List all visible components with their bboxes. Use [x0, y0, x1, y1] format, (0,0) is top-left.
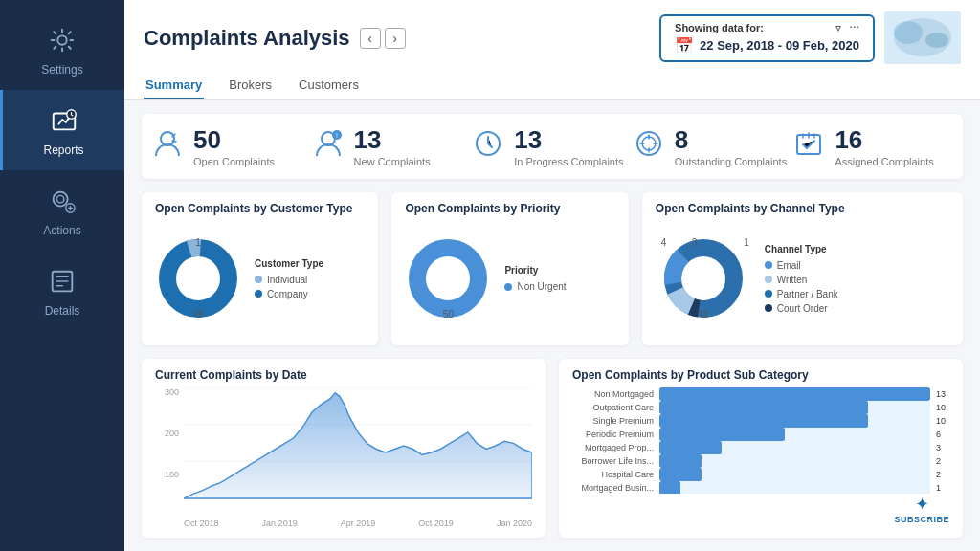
svg-text:!: ! — [336, 132, 338, 139]
kpi-assigned-icon — [792, 127, 825, 166]
next-arrow[interactable]: › — [385, 28, 406, 49]
svg-point-0 — [57, 35, 66, 44]
legend-company-label: Company — [267, 289, 308, 299]
charts-row1: Open Complaints by Customer Type 1 49 Cu… — [142, 192, 963, 345]
subscribe-icon: ✦ — [915, 494, 929, 515]
legend-email: Email — [765, 260, 838, 271]
prev-arrow[interactable]: ‹ — [360, 28, 381, 49]
bar-value: 2 — [936, 470, 949, 479]
kpi-inprogress-icon — [472, 127, 504, 166]
content-area: 50 Open Complaints ! 13 New Complaints — [124, 100, 980, 551]
kpi-inprogress-label: In Progress Complaints — [514, 156, 623, 167]
legend-non-urgent-dot — [504, 283, 512, 291]
calendar-icon: 📅 — [675, 36, 694, 55]
bar-chart-rows: Non Mortgaged 13 Outpatient Care 10 Sing… — [572, 387, 949, 494]
area-chart-wrap: 300 200 100 Oct 2018 Jan 2019 Apr 2019 O… — [155, 387, 532, 528]
chart-customer-type-body: 1 49 Customer Type Individual Company — [155, 221, 365, 336]
legend-email-label: Email — [777, 260, 801, 271]
x-label-jan2019: Jan 2019 — [262, 518, 298, 528]
bar-value: 10 — [936, 416, 949, 426]
svg-point-31 — [682, 257, 724, 299]
donut-channel: 4 3 1 42 — [656, 235, 751, 321]
legend-court-order-label: Court Order — [777, 303, 828, 314]
svg-point-14 — [161, 132, 174, 145]
legend-written-label: Written — [777, 275, 808, 285]
chart-channel-title: Open Complaints by Channel Type — [656, 202, 949, 215]
legend-non-urgent: Non Urgent — [504, 281, 566, 292]
kpi-outstanding-label: Outstanding Complaints — [675, 156, 787, 167]
sidebar-item-settings-label: Settings — [41, 63, 82, 77]
chart-priority-title: Open Complaints by Priority — [405, 202, 614, 215]
chart-customer-type: Open Complaints by Customer Type 1 49 Cu… — [142, 192, 378, 345]
kpi-new-label: New Complaints — [354, 156, 431, 167]
legend-email-dot — [765, 261, 772, 269]
chart-by-product: Open Complaints by Product Sub Category … — [559, 359, 963, 538]
sidebar-item-settings[interactable]: Settings — [0, 10, 124, 90]
kpi-open-icon — [151, 127, 184, 166]
bar-fill — [659, 481, 680, 494]
x-label-oct2018: Oct 2018 — [184, 518, 219, 528]
svg-point-3 — [54, 192, 68, 207]
legend-company-dot — [255, 290, 262, 298]
bar-fill — [659, 401, 868, 414]
chart-customer-type-title: Open Complaints by Customer Type — [155, 202, 365, 215]
nav-arrows: ‹ › — [360, 28, 406, 49]
legend-channel: Channel Type Email Written Partner / Ban… — [765, 244, 838, 314]
donut-customer-type-label-bottom: 49 — [192, 309, 203, 320]
bar-value: 3 — [936, 443, 949, 452]
legend-court-order-dot — [765, 304, 772, 312]
bar-label: Single Premium — [572, 416, 654, 426]
header-right: Showing data for: ▿ ⋯ 📅 22 Sep, 2018 - 0… — [659, 11, 961, 64]
tab-brokers[interactable]: Brokers — [227, 72, 274, 99]
kpi-new-value: 13 — [354, 125, 431, 155]
kpi-open: 50 Open Complaints — [151, 125, 312, 167]
donut-priority: 50 — [405, 235, 491, 321]
legend-priority-title: Priority — [504, 265, 566, 276]
y-label-300: 300 — [155, 387, 182, 397]
map-thumbnail — [884, 11, 961, 64]
bar-row: Single Premium 10 — [572, 414, 949, 428]
sidebar-item-actions[interactable]: Actions — [0, 170, 124, 251]
svg-point-4 — [56, 195, 64, 203]
donut-priority-label-bottom: 50 — [443, 309, 454, 320]
charts-row2: Current Complaints by Date — [142, 359, 963, 538]
legend-written-dot — [765, 276, 772, 283]
bar-value: 13 — [936, 389, 949, 399]
bar-row: Borrower Life Ins... 2 — [572, 454, 949, 468]
legend-individual: Individual — [255, 275, 323, 285]
bar-value: 2 — [936, 456, 949, 466]
bar-value: 6 — [936, 430, 949, 439]
kpi-new: ! 13 New Complaints — [312, 125, 473, 167]
date-filter-label: Showing data for: ▿ ⋯ — [675, 22, 859, 34]
more-icon[interactable]: ⋯ — [849, 22, 859, 34]
sidebar-item-details[interactable]: Details — [0, 251, 124, 331]
donut-customer-type: 1 49 — [155, 235, 241, 321]
sidebar-item-reports[interactable]: Reports — [0, 90, 124, 170]
bar-track — [659, 481, 930, 494]
bar-track — [659, 468, 930, 481]
bar-label: Mortgaged Busin... — [572, 483, 654, 493]
bar-fill — [659, 387, 930, 401]
legend-partner-bank-label: Partner / Bank — [777, 289, 838, 299]
date-filter-box[interactable]: Showing data for: ▿ ⋯ 📅 22 Sep, 2018 - 0… — [659, 14, 875, 62]
tab-customers[interactable]: Customers — [297, 72, 361, 99]
header-top-row: Complaints Analysis ‹ › Showing data for… — [144, 11, 961, 64]
tab-summary[interactable]: Summary — [144, 72, 204, 99]
bar-label: Outpatient Care — [572, 403, 654, 412]
main-content: Complaints Analysis ‹ › Showing data for… — [124, 0, 980, 551]
settings-icon — [45, 23, 79, 57]
kpi-row: 50 Open Complaints ! 13 New Complaints — [142, 114, 963, 179]
bar-label: Hospital Care — [572, 470, 654, 479]
bar-track — [659, 428, 930, 441]
legend-partner-bank: Partner / Bank — [765, 289, 838, 299]
legend-partner-bank-dot — [765, 290, 772, 298]
subscribe-badge: ✦ SUBSCRIBE — [894, 494, 949, 528]
bar-row: Hospital Care 2 — [572, 468, 949, 481]
filter-icon[interactable]: ▿ — [835, 22, 841, 34]
kpi-assigned: 16 Assigned Complaints — [792, 125, 953, 167]
bar-track — [659, 387, 930, 401]
x-label-apr2019: Apr 2019 — [341, 518, 376, 528]
kpi-assigned-value: 16 — [835, 125, 933, 155]
svg-point-13 — [925, 33, 948, 48]
sidebar: Settings Reports Actions — [0, 0, 124, 551]
